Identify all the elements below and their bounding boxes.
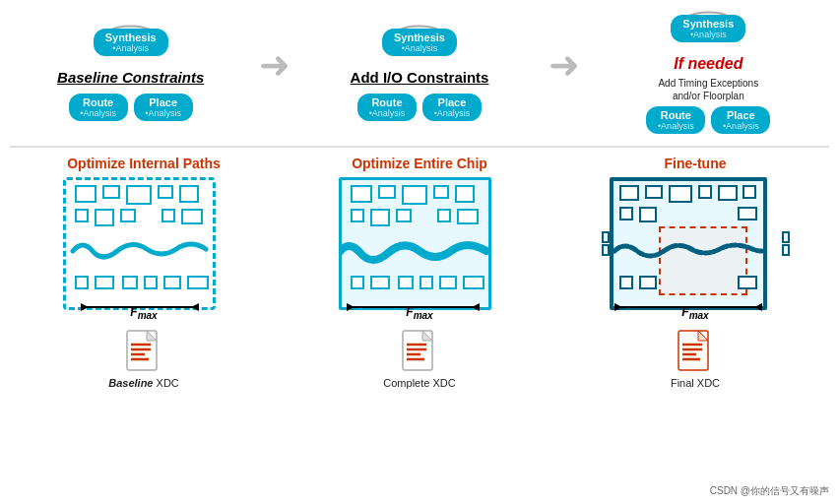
optimize-block-internal: Optimize Internal Paths [10, 156, 278, 494]
doc-icon-1 [125, 329, 162, 374]
chip-diagram-1: Fmax [63, 177, 226, 323]
optimize-block-entire: Optimize Entire Chip [286, 156, 553, 494]
doc-label-1: Baseline XDC [108, 377, 179, 389]
synthesis-box-3: Synthesis •Analysis [671, 15, 745, 42]
arrow-2: ➜ [549, 43, 580, 87]
fmax-label-1: Fmax [130, 305, 157, 321]
svg-marker-28 [754, 303, 762, 311]
flow-block-baseline: Synthesis •Analysis Baseline Constraints… [10, 24, 251, 121]
optimize-title-entire: Optimize Entire Chip [352, 156, 487, 171]
svg-marker-18 [347, 303, 355, 311]
fmax-label-2: Fmax [406, 305, 432, 321]
doc-label-2: Complete XDC [383, 377, 455, 389]
route-box-2: Route •Analysis [357, 94, 417, 121]
divider [10, 146, 829, 148]
synthesis-box-2: Synthesis •Analysis [382, 29, 457, 56]
svg-marker-10 [191, 303, 199, 311]
optimize-title-finetune: Fine-tune [665, 156, 727, 171]
baseline-main-label: Baseline Constraints [57, 69, 204, 86]
flow-block-addio: Synthesis •Analysis Add I/O Constraints … [298, 24, 540, 121]
ifneeded-main-label: If needed [674, 55, 742, 73]
route-box-1: Route •Analysis [69, 94, 128, 121]
ifneeded-bottom-boxes: Route •Analysis Place •Analysis [646, 106, 770, 134]
addio-main-label: Add I/O Constraints [351, 69, 489, 86]
chip-diagram-2: Fmax [339, 177, 501, 323]
synthesis-label-1: Synthesis [105, 32, 157, 43]
flow-block-ifneeded: Synthesis •Analysis If needed Add Timing… [588, 10, 829, 134]
baseline-bottom-boxes: Route •Analysis Place •Analysis [69, 94, 193, 121]
wavy-route-1 [68, 231, 216, 271]
fmax-label-3: Fmax [681, 305, 708, 321]
doc-container-1: Baseline XDC [108, 329, 179, 389]
doc-icon-3 [677, 329, 714, 374]
place-box-2: Place •Analysis [422, 94, 482, 121]
route-box-3: Route •Analysis [646, 106, 705, 134]
optimize-title-internal: Optimize Internal Paths [67, 156, 221, 171]
doc-icon-2 [401, 329, 438, 374]
place-box-3: Place •Analysis [711, 106, 770, 134]
optimize-block-finetune: Fine-tune [561, 156, 829, 494]
bottom-section: Optimize Internal Paths [10, 156, 829, 494]
synthesis-sub-1: •Analysis [105, 43, 157, 53]
ifneeded-sub-label: Add Timing Exceptionsand/or Floorplan [658, 77, 758, 102]
synthesis-box-1: Synthesis •Analysis [94, 29, 168, 56]
chip-diagram-3: Fmax [610, 177, 782, 323]
doc-container-2: Complete XDC [383, 329, 455, 389]
doc-label-3: Final XDC [671, 377, 720, 389]
svg-marker-27 [614, 303, 622, 311]
svg-marker-9 [81, 303, 89, 311]
top-section: Synthesis •Analysis Baseline Constraints… [10, 10, 829, 134]
arrow-1: ➜ [259, 43, 290, 87]
wavy-route-2 [339, 231, 491, 276]
addio-bottom-boxes: Route •Analysis Place •Analysis [357, 94, 482, 121]
doc-container-3: Final XDC [671, 329, 720, 389]
watermark: CSDN @你的信号又有噪声 [710, 484, 829, 498]
wavy-route-3 [610, 231, 767, 271]
place-box-1: Place •Analysis [134, 94, 193, 121]
svg-marker-19 [472, 303, 480, 311]
main-container: Synthesis •Analysis Baseline Constraints… [0, 0, 839, 504]
